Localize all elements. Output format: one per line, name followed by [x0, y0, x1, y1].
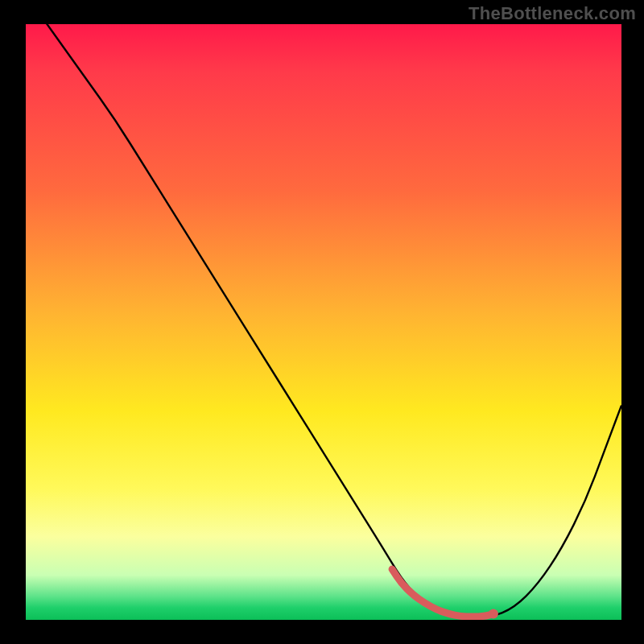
highlight-segment [392, 569, 493, 617]
watermark-text: TheBottleneck.com [469, 3, 636, 24]
plot-area [26, 24, 621, 620]
bottleneck-curve [26, 24, 621, 617]
chart-frame: TheBottleneck.com [0, 0, 644, 644]
curve-layer [26, 24, 621, 620]
highlight-end-marker [489, 609, 498, 619]
